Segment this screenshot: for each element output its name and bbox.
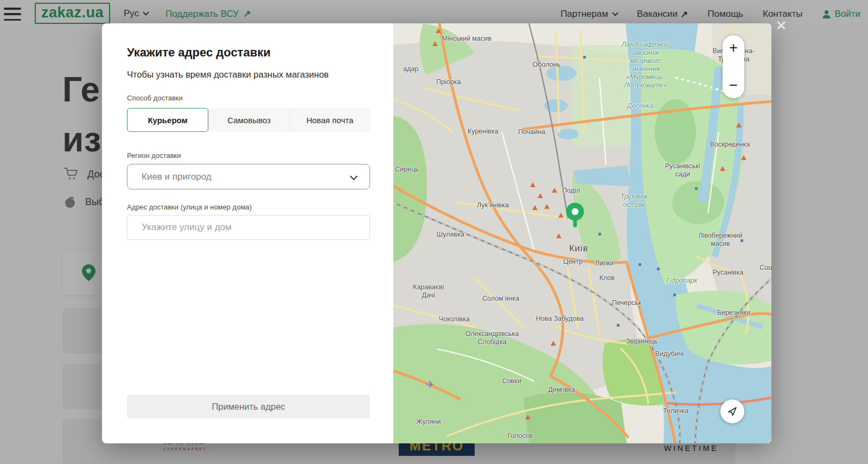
zoom-out-button[interactable]: −: [729, 78, 738, 93]
apply-address-button[interactable]: Применить адрес: [127, 395, 370, 418]
delivery-method-tabs: КурьеромСамовывозНовая почта: [127, 108, 370, 132]
zoom-in-button[interactable]: +: [729, 41, 738, 55]
modal-title: Укажите адрес доставки: [127, 46, 271, 60]
map-graphic: ✈: [393, 23, 771, 443]
address-label: Адрес доставки (улица и номер дома): [127, 203, 252, 211]
address-input[interactable]: [127, 215, 370, 240]
geolocate-button[interactable]: [720, 399, 744, 423]
region-select[interactable]: Киев и пригород: [127, 164, 370, 189]
delivery-method-label: Способ доставки: [127, 94, 183, 102]
address-form-panel: Укажите адрес доставки Чтобы узнать врем…: [102, 23, 393, 443]
map-zoom-control: + −: [723, 35, 744, 98]
tab-pickup[interactable]: Самовывоз: [208, 108, 289, 132]
tab-courier[interactable]: Курьером: [127, 108, 208, 132]
delivery-address-modal: Укажите адрес доставки Чтобы узнать врем…: [102, 23, 771, 443]
chevron-down-icon: [350, 173, 358, 180]
modal-subtitle: Чтобы узнать время доставки разных магаз…: [127, 69, 329, 80]
airport-icon: ✈: [426, 379, 435, 390]
region-select-value: Киев и пригород: [142, 171, 212, 182]
navigation-arrow-icon: [727, 406, 738, 417]
close-icon[interactable]: ×: [776, 16, 787, 34]
region-label: Регион доставки: [127, 151, 181, 160]
tab-nova-poshta[interactable]: Новая почта: [289, 108, 370, 132]
map-canvas[interactable]: ✈ Мінський масивОболоньадарПріоркаКурені…: [393, 23, 771, 443]
